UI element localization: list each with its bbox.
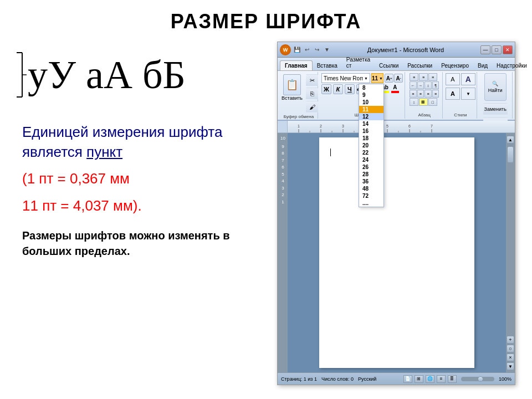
font-grow-shrink: A+ A-	[385, 74, 403, 83]
size-bracket-icon	[11, 50, 28, 100]
multilevel-button[interactable]: ≡	[428, 73, 437, 81]
border-button[interactable]: □	[428, 98, 437, 106]
zoom-in-icon[interactable]: +	[507, 336, 514, 344]
align-center-button[interactable]: ≡	[417, 90, 424, 98]
dropdown-arrow-icon[interactable]: ▼	[323, 46, 331, 54]
sample-text-container: уУ аА бБ	[11, 50, 266, 100]
align-left-button[interactable]: ≡	[410, 90, 417, 98]
font-name-box[interactable]: Times New Roman ▼	[321, 73, 370, 83]
tab-addins[interactable]: Надстройки	[492, 61, 531, 70]
align-right-button[interactable]: ≡	[424, 90, 432, 98]
numbering-button[interactable]: ≡	[419, 73, 428, 81]
size-26[interactable]: 26	[359, 163, 383, 171]
outdent-button[interactable]: ←	[410, 81, 417, 89]
save-icon[interactable]: 💾	[293, 46, 301, 54]
minimize-button[interactable]: —	[480, 45, 490, 54]
indent-button[interactable]: →	[417, 81, 424, 89]
font-size-dropdown-arrow[interactable]: ▼	[379, 76, 383, 80]
size-16[interactable]: 16	[359, 127, 383, 135]
bullets-button[interactable]: ≡	[410, 73, 418, 81]
tab-references[interactable]: Ссылки	[375, 61, 403, 70]
scroll-down-button[interactable]: ▼	[507, 362, 514, 370]
zoom-thumb[interactable]	[478, 376, 483, 382]
size-20[interactable]: 20	[359, 142, 383, 149]
size-9[interactable]: 9	[359, 91, 383, 99]
grow-font-button[interactable]: A+	[385, 74, 393, 83]
style-normal[interactable]: А	[446, 73, 460, 85]
page-num-10: 1	[282, 199, 284, 204]
style-heading2[interactable]: А	[446, 88, 460, 100]
font-color-icon: A	[393, 84, 397, 90]
undo-icon[interactable]: ↩	[303, 46, 311, 54]
font-name-dropdown-arrow[interactable]: ▼	[364, 76, 368, 80]
scroll-up-button[interactable]: ▲	[507, 136, 514, 144]
tab-insert[interactable]: Вставка	[313, 61, 342, 70]
size-more[interactable]: ....	[359, 200, 383, 207]
close-button[interactable]: ✕	[503, 45, 513, 54]
clipboard-group: 📋 Вставить ✂ ⎘ 🖌 Буфер обмена	[280, 72, 318, 119]
size-28[interactable]: 28	[359, 171, 383, 178]
office-button[interactable]: W	[280, 44, 291, 55]
page-down-icon[interactable]: ×	[507, 354, 514, 361]
redo-icon[interactable]: ↪	[313, 46, 321, 54]
replace-button[interactable]: Заменить	[483, 103, 508, 115]
cut-button[interactable]: ✂	[306, 74, 318, 86]
zoom-slider[interactable]	[461, 377, 494, 381]
style-heading1[interactable]: А	[461, 73, 475, 85]
para-row4: ↕ ▦ □	[410, 98, 439, 106]
styles-label: Стили	[454, 111, 467, 117]
size-14[interactable]: 14	[359, 120, 383, 127]
web-view-button[interactable]: 🌐	[426, 375, 434, 383]
shading-button[interactable]: ▦	[419, 98, 428, 106]
full-screen-button[interactable]: ⊞	[415, 375, 423, 383]
document-area: 10 9 8 7 6 5 4 3 2 1	[278, 133, 515, 372]
title-bar: W 💾 ↩ ↪ ▼ Документ1 - Microsoft Word — □…	[278, 42, 515, 58]
size-36[interactable]: 36	[359, 178, 383, 185]
bold-button[interactable]: Ж	[321, 84, 331, 94]
size-8[interactable]: 8	[359, 84, 383, 91]
paste-button[interactable]: 📋 Вставить	[279, 73, 305, 102]
styles-row: А А	[446, 73, 475, 85]
tab-view[interactable]: Вид	[473, 61, 492, 70]
line-spacing-button[interactable]: ↕	[410, 98, 418, 106]
sort-button[interactable]: ↕	[424, 81, 432, 89]
italic-button[interactable]: К	[333, 84, 343, 94]
style-expand[interactable]: ▼	[461, 88, 475, 100]
draft-button[interactable]: ≣	[448, 375, 457, 383]
show-marks-button[interactable]: ¶	[432, 81, 439, 89]
size-22[interactable]: 22	[359, 149, 383, 156]
font-size-box[interactable]: 11 ▼ 8 9 10 11 12 14	[371, 73, 383, 83]
tab-mailings[interactable]: Рассылки	[403, 61, 437, 70]
size-24[interactable]: 24	[359, 156, 383, 163]
copy-button[interactable]: ⎘	[306, 88, 318, 100]
lang-info: Русский	[358, 376, 376, 382]
tab-home[interactable]: Главная	[280, 60, 313, 70]
font-color-button[interactable]: A	[391, 84, 400, 94]
shrink-font-button[interactable]: A-	[394, 74, 403, 83]
find-button[interactable]: 🔍 Найти	[484, 73, 507, 101]
print-view-button[interactable]: 📄	[403, 375, 412, 383]
size-48[interactable]: 48	[359, 185, 383, 192]
para-row2: ← → ↕ ¶	[410, 81, 439, 89]
underline-button[interactable]: Ч	[345, 84, 355, 94]
size-18[interactable]: 18	[359, 135, 383, 142]
size-10[interactable]: 10	[359, 99, 383, 106]
zoom-out-icon[interactable]: ○	[507, 345, 514, 352]
page-num-9: 2	[282, 192, 284, 197]
tab-page-layout[interactable]: Разметка ст	[342, 55, 375, 70]
doc-content-area[interactable]	[288, 133, 506, 372]
tab-review[interactable]: Рецензиро	[437, 61, 473, 70]
info-formula-line1: (1 пт = 0,367 мм	[22, 168, 266, 190]
size-12[interactable]: 12	[359, 113, 383, 120]
page-info: Страниц: 1 из 1	[281, 376, 317, 382]
outline-button[interactable]: ≡	[437, 375, 446, 383]
maximize-button[interactable]: □	[492, 45, 502, 54]
vertical-scrollbar[interactable]: ▲ + ○ × ▼	[506, 133, 515, 372]
size-72[interactable]: 72	[359, 192, 383, 200]
justify-button[interactable]: ≡	[432, 90, 439, 98]
size-11[interactable]: 11	[359, 106, 383, 113]
paragraph-label: Абзац	[418, 111, 430, 117]
format-painter-button[interactable]: 🖌	[306, 101, 318, 113]
doc-page[interactable]	[319, 137, 474, 368]
scroll-thumb[interactable]	[507, 146, 514, 163]
